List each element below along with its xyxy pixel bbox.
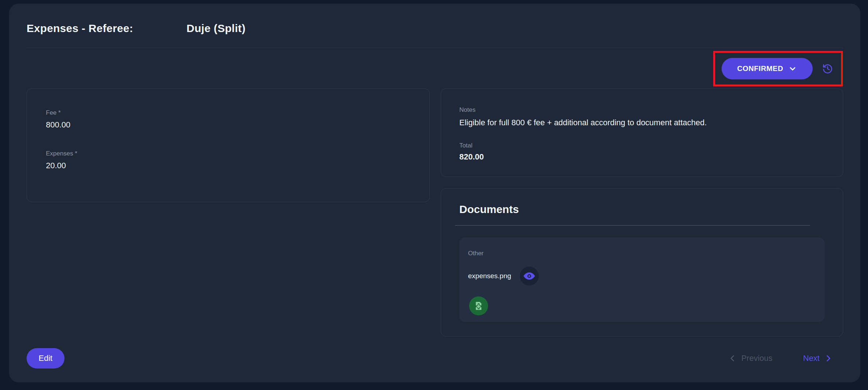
next-label: Next — [803, 354, 820, 363]
expenses-label: Expenses * — [46, 150, 411, 157]
add-document-icon — [474, 301, 484, 311]
status-label: CONFIRMED — [737, 64, 783, 73]
total-field: Total 820.00 — [459, 142, 825, 162]
fee-value: 800.00 — [46, 120, 411, 130]
total-label: Total — [459, 142, 825, 149]
previous-label: Previous — [741, 354, 773, 363]
documents-card: Documents Other expenses.png — [441, 188, 843, 336]
document-row: expenses.png — [468, 267, 816, 285]
page-header: Expenses - Referee: Duje (Split) — [27, 4, 843, 48]
document-category-label: Other — [468, 250, 816, 257]
left-column: Fee * 800.00 Expenses * 20.00 — [27, 88, 430, 336]
fee-label: Fee * — [46, 109, 411, 117]
notes-label: Notes — [459, 106, 825, 114]
right-column: Notes Eligible for full 800 € fee + addi… — [441, 88, 843, 336]
total-value: 820.00 — [459, 152, 825, 162]
documents-divider — [455, 225, 810, 226]
chevron-right-icon — [824, 354, 833, 363]
eye-icon — [523, 270, 535, 282]
history-icon — [822, 63, 833, 74]
chevron-left-icon — [728, 354, 737, 363]
fee-field: Fee * 800.00 — [46, 109, 411, 130]
edit-button[interactable]: Edit — [27, 348, 64, 369]
history-button[interactable] — [822, 63, 833, 74]
main-panel: Expenses - Referee: Duje (Split) CONFIRM… — [9, 4, 860, 382]
preview-document-button[interactable] — [520, 267, 539, 285]
content-area: Fee * 800.00 Expenses * 20.00 Notes Elig… — [27, 88, 843, 336]
pagination: Previous Next — [728, 354, 843, 363]
fee-card: Fee * 800.00 Expenses * 20.00 — [27, 88, 430, 202]
page-title: Expenses - Referee: — [27, 22, 133, 35]
footer: Edit Previous Next — [27, 348, 843, 369]
document-file-name: expenses.png — [468, 272, 511, 280]
expenses-field: Expenses * 20.00 — [46, 150, 411, 170]
next-button[interactable]: Next — [803, 354, 833, 363]
document-group: Other expenses.png — [459, 237, 825, 322]
chevron-down-icon — [788, 64, 797, 73]
referee-name: Duje (Split) — [186, 22, 246, 35]
highlight-box: CONFIRMED — [713, 51, 843, 86]
toolbar: CONFIRMED — [27, 51, 843, 86]
expenses-value: 20.00 — [46, 161, 411, 170]
notes-text: Eligible for full 800 € fee + additional… — [459, 118, 825, 127]
add-document-button[interactable] — [469, 296, 488, 315]
documents-title: Documents — [459, 203, 825, 216]
notes-card: Notes Eligible for full 800 € fee + addi… — [441, 88, 843, 177]
previous-button[interactable]: Previous — [728, 354, 773, 363]
status-dropdown-button[interactable]: CONFIRMED — [722, 58, 813, 79]
